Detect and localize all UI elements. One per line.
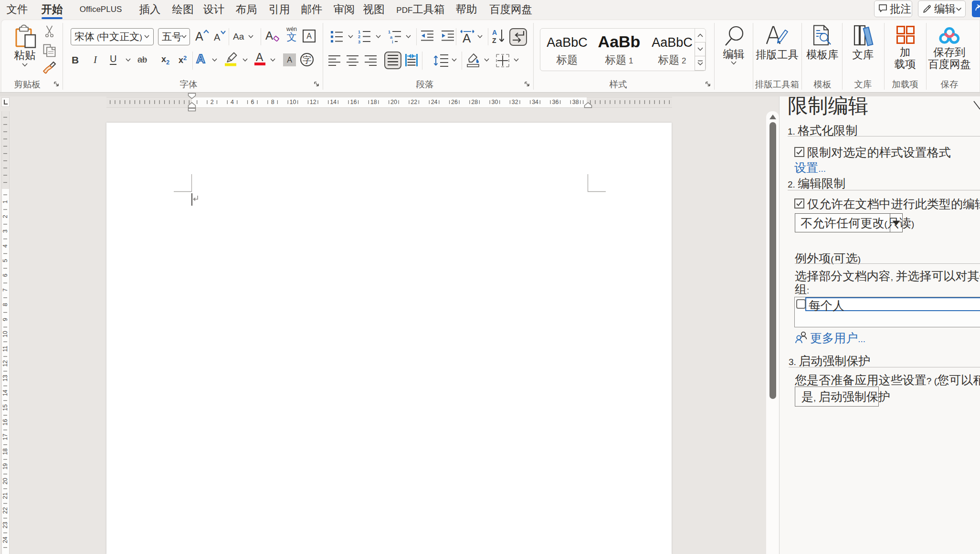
svg-text:1: 1 bbox=[2, 200, 9, 203]
svg-text:20: 20 bbox=[2, 478, 9, 484]
svg-text:6: 6 bbox=[251, 99, 254, 105]
svg-text:12: 12 bbox=[2, 360, 9, 367]
svg-text:6: 6 bbox=[2, 273, 9, 277]
svg-text:22: 22 bbox=[411, 99, 417, 105]
svg-text:32: 32 bbox=[512, 99, 518, 105]
svg-text:12: 12 bbox=[310, 99, 316, 105]
svg-text:38: 38 bbox=[572, 99, 579, 105]
svg-text:2: 2 bbox=[211, 99, 214, 105]
svg-text:15: 15 bbox=[2, 404, 9, 411]
svg-text:16: 16 bbox=[350, 99, 357, 105]
svg-text:20: 20 bbox=[390, 99, 397, 105]
svg-text:11: 11 bbox=[2, 345, 9, 352]
svg-text:22: 22 bbox=[2, 507, 9, 514]
svg-text:A: A bbox=[492, 29, 497, 36]
svg-text:2: 2 bbox=[358, 34, 360, 39]
svg-text:28: 28 bbox=[471, 99, 478, 105]
svg-text:1: 1 bbox=[388, 30, 390, 34]
svg-text:8: 8 bbox=[2, 303, 9, 306]
svg-text:26: 26 bbox=[451, 99, 458, 105]
svg-text:14: 14 bbox=[330, 99, 337, 105]
svg-text:3: 3 bbox=[2, 230, 9, 233]
svg-text:16: 16 bbox=[2, 419, 9, 426]
svg-text:7: 7 bbox=[2, 288, 9, 292]
svg-text:5: 5 bbox=[2, 259, 9, 262]
svg-text:30: 30 bbox=[492, 99, 498, 105]
svg-text:9: 9 bbox=[2, 318, 9, 321]
svg-text:34: 34 bbox=[532, 99, 538, 105]
svg-text:1: 1 bbox=[358, 30, 360, 34]
svg-text:36: 36 bbox=[552, 99, 558, 105]
svg-text:4: 4 bbox=[231, 99, 234, 105]
svg-text:19: 19 bbox=[2, 463, 9, 470]
svg-text:8: 8 bbox=[271, 99, 274, 105]
svg-text:4: 4 bbox=[2, 244, 9, 248]
svg-text:a: a bbox=[390, 35, 393, 40]
svg-text:18: 18 bbox=[370, 99, 377, 105]
svg-text:18: 18 bbox=[2, 449, 9, 455]
svg-text:A: A bbox=[463, 31, 471, 45]
svg-text:3: 3 bbox=[358, 40, 360, 44]
svg-text:2: 2 bbox=[2, 215, 9, 218]
svg-text:17: 17 bbox=[2, 434, 9, 440]
svg-text:10: 10 bbox=[2, 331, 9, 337]
svg-text:24: 24 bbox=[2, 536, 9, 543]
svg-text:13: 13 bbox=[2, 375, 9, 382]
svg-text:Z: Z bbox=[492, 37, 496, 44]
svg-text:24: 24 bbox=[431, 99, 438, 105]
svg-text:i: i bbox=[392, 40, 393, 44]
svg-text:14: 14 bbox=[2, 389, 9, 396]
svg-text:10: 10 bbox=[290, 99, 296, 105]
svg-text:21: 21 bbox=[2, 492, 9, 499]
svg-text:23: 23 bbox=[2, 522, 9, 529]
